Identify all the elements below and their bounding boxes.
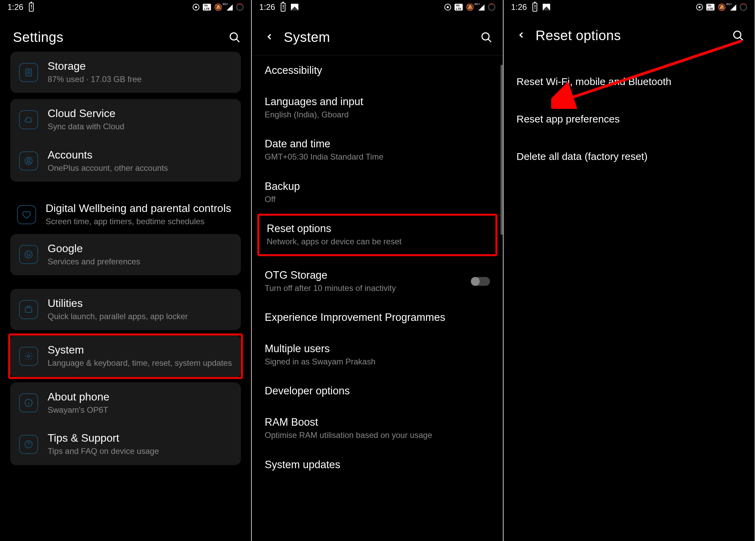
volte-icon: VoLTE	[455, 4, 463, 11]
dnd-icon: 🔕	[214, 3, 222, 11]
search-icon[interactable]	[732, 30, 744, 42]
highlight-reset: Reset options Network, apps or device ca…	[257, 214, 497, 256]
item-subtitle: Optimise RAM utilisation based on your u…	[265, 430, 490, 441]
system-item-backup[interactable]: Backup Off	[252, 171, 503, 214]
scrollbar-indicator[interactable]	[500, 65, 503, 235]
settings-item-storage[interactable]: Storage 87% used · 17.03 GB free	[10, 52, 241, 93]
system-item-otg[interactable]: OTG Storage Turn off after 10 minutes of…	[252, 260, 503, 302]
signal-icon: 4G+	[729, 4, 736, 11]
item-title: Tips & Support	[48, 432, 232, 444]
item-title: System	[48, 344, 232, 356]
otg-toggle[interactable]	[471, 277, 490, 286]
reset-item-factory[interactable]: Delete all data (factory reset)	[504, 138, 755, 176]
system-item-datetime[interactable]: Date and time GMT+05:30 India Standard T…	[252, 129, 503, 171]
svg-line-1	[236, 39, 240, 42]
settings-item-accounts[interactable]: Accounts OnePlus account, other accounts	[10, 141, 241, 182]
svg-point-16	[482, 33, 489, 40]
item-title: Utilities	[48, 297, 232, 310]
system-item-developer[interactable]: Developer options	[252, 376, 503, 407]
status-time: 1:26	[511, 2, 527, 12]
system-item-languages[interactable]: Languages and input English (India), Gbo…	[252, 87, 503, 129]
status-left: 1:26 !	[511, 2, 550, 12]
item-title: Accounts	[48, 149, 232, 161]
reset-header: Reset options	[504, 14, 755, 53]
volte-icon: VoLTE	[203, 4, 211, 11]
svg-point-7	[28, 159, 30, 162]
item-title: Backup	[265, 180, 490, 193]
svg-rect-9	[26, 308, 32, 312]
hotspot-icon	[193, 4, 199, 11]
item-subtitle: GMT+05:30 India Standard Time	[265, 151, 490, 162]
system-icon	[19, 347, 38, 366]
system-item-ramboost[interactable]: RAM Boost Optimise RAM utilisation based…	[252, 407, 503, 449]
signal-icon: 4G+	[477, 4, 484, 11]
item-title: Languages and input	[265, 96, 490, 108]
reset-item-wifi[interactable]: Reset Wi-Fi, mobile and Bluetooth	[504, 64, 755, 101]
settings-item-system[interactable]: System Language & keyboard, time, reset,…	[10, 335, 241, 377]
settings-item-wellbeing[interactable]: Digital Wellbeing and parental controls …	[0, 195, 251, 234]
item-title: Experience Improvement Programmes	[265, 311, 490, 324]
utilities-icon	[19, 300, 38, 319]
sync-spinner-icon	[488, 3, 495, 11]
system-item-reset[interactable]: Reset options Network, apps or device ca…	[259, 216, 495, 254]
system-item-accessibility[interactable]: Accessibility	[252, 55, 503, 87]
dnd-icon: 🔕	[466, 3, 474, 11]
system-item-updates[interactable]: System updates	[252, 450, 503, 481]
sync-spinner-icon	[740, 3, 747, 11]
back-button[interactable]	[516, 29, 526, 43]
reset-item-app[interactable]: Reset app preferences	[504, 101, 755, 138]
item-title: Digital Wellbeing and parental controls	[46, 202, 234, 215]
settings-card-google: Google Services and preferences	[10, 234, 241, 275]
settings-header: Settings	[0, 14, 251, 55]
settings-card-utilities: Utilities Quick launch, parallel apps, a…	[10, 289, 241, 330]
page-title: System	[284, 30, 330, 45]
page-title: Settings	[13, 30, 64, 45]
status-bar: 1:26 ! VoLTE 🔕 4G+	[252, 0, 503, 14]
settings-item-tips[interactable]: Tips & Support Tips and FAQ on device us…	[10, 424, 241, 465]
svg-point-0	[230, 33, 237, 40]
back-button[interactable]	[265, 30, 274, 45]
system-screen: 1:26 ! VoLTE 🔕 4G+ System Accessibilit	[252, 0, 504, 541]
settings-item-utilities[interactable]: Utilities Quick launch, parallel apps, a…	[10, 289, 241, 330]
settings-item-about[interactable]: About phone Swayam's OP6T	[10, 382, 241, 424]
status-right: VoLTE 🔕 4G+	[444, 3, 495, 11]
svg-line-19	[740, 37, 743, 40]
status-time: 1:26	[7, 2, 23, 12]
item-subtitle: Quick launch, parallel apps, app locker	[48, 311, 232, 322]
page-title: Reset options	[536, 28, 621, 43]
signal-icon: 4G+	[225, 4, 233, 11]
search-icon[interactable]	[229, 31, 241, 44]
item-subtitle: Off	[265, 194, 490, 205]
settings-item-google[interactable]: Google Services and preferences	[10, 234, 241, 275]
item-title: Delete all data (factory reset)	[516, 151, 742, 162]
item-title: Storage	[48, 60, 232, 72]
sync-spinner-icon	[236, 3, 244, 11]
item-title: Reset options	[267, 223, 488, 235]
item-subtitle: Screen time, app timers, bedtime schedul…	[46, 216, 234, 227]
item-title: Accessibility	[265, 64, 490, 77]
system-item-experience[interactable]: Experience Improvement Programmes	[252, 302, 503, 334]
item-subtitle: Tips and FAQ on device usage	[48, 446, 232, 457]
item-title: Reset Wi-Fi, mobile and Bluetooth	[516, 76, 742, 87]
battery-warning-icon: !	[531, 3, 539, 11]
reset-content: Reset Wi-Fi, mobile and Bluetooth Reset …	[504, 64, 755, 176]
gallery-icon	[543, 4, 550, 11]
hotspot-icon	[444, 4, 451, 11]
item-subtitle: 87% used · 17.03 GB free	[48, 74, 232, 85]
settings-content: Storage 87% used · 17.03 GB free Cloud S…	[0, 52, 251, 465]
status-left: 1:26 !	[259, 2, 298, 12]
wellbeing-icon	[17, 205, 36, 224]
item-subtitle: OnePlus account, other accounts	[48, 163, 232, 174]
item-title: Multiple users	[265, 343, 490, 355]
item-subtitle: Sync data with Cloud	[48, 121, 232, 132]
settings-card-system: System Language & keyboard, time, reset,…	[10, 335, 241, 377]
item-title: Reset app preferences	[516, 113, 742, 125]
about-icon	[19, 393, 38, 412]
status-bar: 1:26 ! VoLTE 🔕 4G+	[504, 0, 755, 14]
tips-icon	[19, 435, 38, 454]
search-icon[interactable]	[480, 31, 493, 44]
settings-card-storage: Storage 87% used · 17.03 GB free	[10, 52, 241, 93]
reset-screen: 1:26 ! VoLTE 🔕 4G+ Reset options Reset W…	[504, 0, 755, 541]
system-item-users[interactable]: Multiple users Signed in as Swayam Praka…	[252, 334, 503, 376]
settings-item-cloud[interactable]: Cloud Service Sync data with Cloud	[10, 99, 241, 140]
